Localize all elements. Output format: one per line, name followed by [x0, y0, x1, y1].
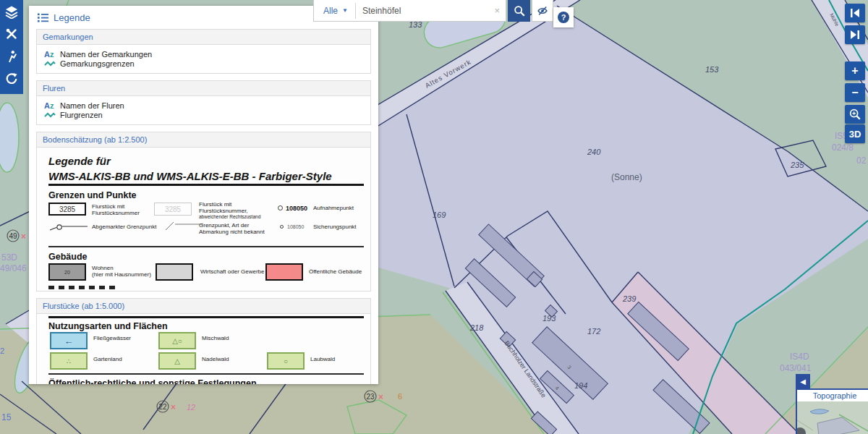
3d-view-button[interactable]: 3D	[845, 124, 865, 143]
place-label-sonne: (Sonne)	[611, 172, 642, 182]
search-scope-value: Alle	[323, 6, 338, 16]
divider	[48, 316, 364, 318]
marked-boundary-point-icon	[48, 221, 89, 231]
water-left-top	[0, 103, 19, 172]
legend-item-label: Fließgewässer	[93, 335, 131, 341]
conifer-forest-swatch: △	[158, 352, 196, 370]
refresh-icon	[5, 72, 18, 85]
label-line: Flurstücksnummer	[92, 210, 140, 216]
public-building-swatch	[265, 263, 303, 281]
eye-slash-icon	[537, 4, 548, 18]
water-swatch: ←	[50, 332, 88, 349]
residential-swatch: 20	[48, 263, 86, 281]
label-line: abweichender Rechtszustand	[199, 214, 260, 219]
search-icon	[513, 4, 526, 17]
magnifier-plus-icon	[848, 108, 861, 121]
legend-section-bodenschaetzung: Bodenschätzung (ab 1:2.500) Legende für …	[36, 132, 371, 292]
legend-item-label: Gemarkungsgrenzen	[60, 59, 135, 68]
minimap-content	[797, 401, 868, 434]
overview-minimap[interactable]: Topographie	[796, 388, 868, 434]
survey-point-number: 23	[366, 393, 375, 401]
legend-section-gemarkungen: Gemarkungen Az Namen der Gemarkungen Gem…	[36, 29, 371, 74]
legend-item-label: Flurgrenzen	[60, 111, 103, 119]
grid-sheet-label: 49/046	[0, 263, 27, 273]
legend-item: Az Namen der Gemarkungen	[44, 49, 365, 59]
legend-item-label: Namen der Gemarkungen	[60, 50, 152, 59]
hide-results-button[interactable]	[532, 0, 553, 22]
legend-item-label: Mischwald	[202, 335, 229, 341]
parcel-label: 239	[622, 294, 636, 303]
legend-item: Gemarkungsgrenzen	[44, 59, 365, 68]
next-view-button[interactable]	[845, 25, 865, 44]
az-a: A	[44, 50, 50, 59]
layers-icon	[4, 4, 19, 19]
search-scope-dropdown[interactable]: Alle ▼	[314, 0, 355, 21]
survey-point-number: 49	[9, 232, 17, 240]
point-circle-icon	[278, 205, 283, 210]
wms-legend-graphic: Legende für WMS-ALKIS-BB und WMS-ALKIS-E…	[37, 148, 370, 291]
parcel-number-swatch: 3285	[48, 203, 86, 216]
walking-person-icon	[5, 50, 18, 63]
grid-sheet-label: 024/8	[832, 142, 854, 153]
divider	[48, 246, 364, 247]
parcel-label: 240	[587, 148, 601, 156]
section-title: Bodenschätzung (ab 1:2.500)	[37, 132, 370, 148]
legend-item-label: Nadelwald	[202, 356, 229, 362]
group-heading: Öffentlich-rechtliche und sonstige Festl…	[48, 378, 257, 384]
legend-item-label: Flurstück mit Flurstücksnummer	[92, 203, 140, 216]
tools-button[interactable]	[3, 26, 20, 42]
label-line: (hier mit Hausnummer)	[92, 271, 151, 278]
group-heading: Nutzungsarten und Flächen	[48, 321, 168, 331]
zoom-out-button[interactable]: −	[845, 83, 865, 102]
refresh-button[interactable]	[3, 71, 20, 87]
legend-item: Az Namen der Fluren	[44, 101, 365, 110]
tour-button[interactable]	[3, 48, 20, 64]
dashed-line-preview	[48, 286, 115, 289]
section-title: Flurstücke (ab 1:5.000)	[37, 299, 370, 314]
divider	[48, 373, 364, 375]
wms-legend-graphic: Nutzungsarten und Flächen ← Fließgewässe…	[37, 314, 370, 384]
point-label: 15	[1, 412, 12, 422]
wms-title-line2: WMS-ALKIS-BB und WMS-ALKIS-E-BB - Farbig…	[48, 169, 332, 184]
legend-item-label: Namen der Fluren	[60, 101, 124, 110]
point-number: 108050	[286, 205, 307, 212]
legend-item-label: Gartenland	[93, 356, 122, 362]
search-input[interactable]	[356, 6, 493, 16]
chevron-down-icon: ▼	[342, 7, 348, 14]
search-bar: Alle ▼ ×	[313, 0, 553, 22]
search-box: Alle ▼ ×	[313, 0, 506, 22]
point-label: 2	[0, 346, 4, 355]
parcel-label: 193	[542, 314, 556, 323]
az-label-icon: Az	[44, 50, 60, 59]
chevron-left-icon: ◀	[800, 378, 806, 386]
search-button[interactable]	[508, 0, 530, 22]
minimap-title: Topographie	[797, 390, 868, 401]
parcel-label: 169	[433, 210, 446, 219]
grid-sheet-label: 043/041	[780, 363, 812, 373]
question-mark-icon: ?	[558, 12, 569, 23]
deciduous-forest-swatch: ○	[267, 352, 305, 370]
grid-sheet-label: 53D	[1, 252, 17, 263]
legend-item-label: Wirtschaft oder Gewerbe	[200, 268, 264, 275]
help-button[interactable]: ?	[553, 7, 574, 27]
boundary-wave-icon	[44, 112, 60, 118]
clear-search-icon[interactable]: ×	[493, 5, 506, 16]
zoom-box-button[interactable]	[845, 105, 865, 124]
legend-item-label: Öffentliche Gebäude	[309, 268, 362, 275]
grid-sheet-label: IS4D	[790, 352, 809, 362]
mixed-forest-swatch: △○	[158, 332, 196, 349]
wms-legend-title: Legende für WMS-ALKIS-BB und WMS-ALKIS-E…	[48, 153, 332, 184]
section-title: Gemarkungen	[37, 30, 370, 45]
zoom-in-button[interactable]: +	[845, 61, 865, 80]
wms-title-line1: Legende für	[48, 153, 332, 169]
legend-item-label: Flurstück mit Flurstücksnummer, abweiche…	[199, 201, 260, 219]
tools-icon	[5, 27, 18, 41]
section-title: Fluren	[37, 81, 370, 96]
minimap-collapse-button[interactable]: ◀	[796, 374, 810, 388]
list-icon	[38, 13, 48, 22]
layers-button[interactable]	[3, 4, 20, 20]
garden-swatch: ∴	[50, 352, 88, 370]
previous-view-button[interactable]	[845, 4, 865, 22]
parcel-label: 235	[790, 161, 804, 169]
legend-title: Legende	[54, 12, 90, 23]
